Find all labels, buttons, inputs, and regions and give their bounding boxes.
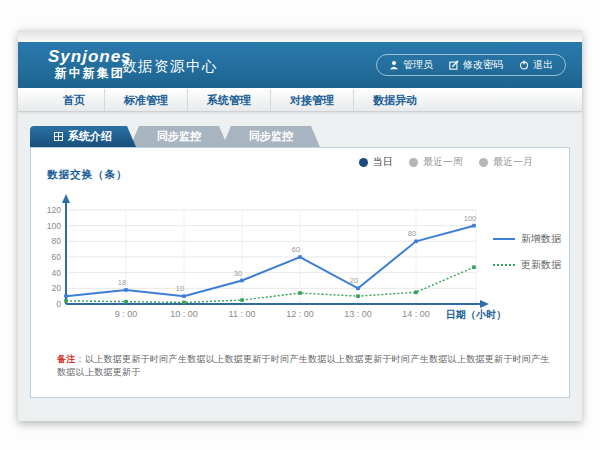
tab-sync-monitor-1[interactable]: 同步监控	[130, 126, 228, 147]
tab-sync-monitor-2[interactable]: 同步监控	[222, 126, 320, 147]
range-filter-group: 当日 最近一周 最近一月	[359, 155, 533, 169]
svg-text:20: 20	[52, 283, 62, 293]
svg-text:100: 100	[464, 214, 477, 223]
solid-line-icon	[493, 238, 515, 240]
content-panel: 当日 最近一周 最近一月 数据交换（条） 0204060801001209 : …	[30, 147, 570, 398]
window-top-strip	[18, 30, 582, 42]
legend-item-new-data: 新增数据	[493, 232, 561, 246]
svg-text:80: 80	[408, 229, 416, 238]
radio-label: 当日	[373, 155, 393, 169]
svg-text:80: 80	[52, 236, 62, 246]
svg-text:日期（小时）: 日期（小时）	[446, 309, 506, 320]
radio-last-week[interactable]: 最近一周	[409, 155, 463, 169]
nav-item-home[interactable]: 首页	[44, 89, 105, 111]
chart-legend: 新增数据 更新数据	[493, 232, 561, 272]
main-nav: 首页 标准管理 系统管理 对接管理 数据异动	[18, 88, 582, 112]
radio-dot-icon	[359, 158, 368, 167]
user-icon	[389, 60, 399, 70]
svg-text:20: 20	[350, 276, 358, 285]
logout-label: 退出	[533, 58, 553, 72]
tab-label: 系统介绍	[68, 129, 112, 144]
svg-text:12 : 00: 12 : 00	[286, 309, 314, 319]
note-label: 备注	[57, 354, 76, 364]
svg-text:30: 30	[234, 269, 242, 278]
nav-item-system-mgmt[interactable]: 系统管理	[188, 89, 271, 111]
legend-item-updated-data: 更新数据	[493, 258, 561, 272]
legend-label: 新增数据	[521, 232, 561, 246]
power-icon	[519, 60, 529, 70]
radio-dot-icon	[479, 158, 488, 167]
app-window: Synjones 新中新集团 数据资源中心 管理员 修改密码 退出	[18, 30, 582, 421]
svg-text:10: 10	[176, 284, 184, 293]
user-menu-label: 管理员	[403, 58, 433, 72]
tab-bar: 系统介绍 同步监控 同步监控	[30, 126, 320, 147]
grid-icon	[54, 131, 63, 143]
logout-button[interactable]: 退出	[511, 58, 561, 72]
page-title: 数据资源中心	[122, 57, 218, 76]
radio-label: 最近一月	[493, 155, 533, 169]
app-header: Synjones 新中新集团 数据资源中心 管理员 修改密码 退出	[18, 42, 582, 88]
line-chart: 0204060801001209 : 0010 : 0011 : 0012 : …	[39, 186, 514, 324]
user-toolbar: 管理员 修改密码 退出	[376, 54, 566, 76]
change-password-label: 修改密码	[463, 58, 503, 72]
footer-note: 备注：以上数据更新于时间产生数据以上数据更新于时间产生数据以上数据更新于时间产生…	[57, 353, 557, 379]
svg-text:10 : 00: 10 : 00	[170, 309, 198, 319]
nav-item-standard-mgmt[interactable]: 标准管理	[105, 89, 188, 111]
svg-text:13 : 00: 13 : 00	[344, 309, 372, 319]
radio-label: 最近一周	[423, 155, 463, 169]
company-logo[interactable]: Synjones 新中新集团	[48, 47, 132, 81]
nav-item-data-change[interactable]: 数据异动	[354, 89, 436, 111]
svg-text:100: 100	[47, 221, 61, 231]
svg-text:11 : 00: 11 : 00	[229, 309, 256, 319]
svg-text:14 : 00: 14 : 00	[402, 309, 430, 319]
legend-label: 更新数据	[521, 258, 561, 272]
svg-text:0: 0	[56, 299, 61, 309]
edit-icon	[449, 60, 459, 70]
dotted-line-icon	[493, 264, 515, 266]
radio-today[interactable]: 当日	[359, 155, 393, 169]
radio-last-month[interactable]: 最近一月	[479, 155, 533, 169]
nav-item-interface-mgmt[interactable]: 对接管理	[271, 89, 354, 111]
svg-text:60: 60	[292, 245, 300, 254]
logo-text-cn: 新中新集团	[48, 66, 132, 81]
tab-label: 同步监控	[157, 129, 201, 144]
tab-label: 同步监控	[249, 129, 293, 144]
radio-dot-icon	[409, 158, 418, 167]
svg-text:60: 60	[52, 252, 62, 262]
svg-text:40: 40	[52, 268, 62, 278]
tab-system-intro[interactable]: 系统介绍	[30, 126, 136, 147]
logo-text-en: Synjones	[48, 47, 132, 66]
note-text: ：以上数据更新于时间产生数据以上数据更新于时间产生数据以上数据更新于时间产生数据…	[57, 354, 550, 377]
svg-text:9 : 00: 9 : 00	[115, 309, 138, 319]
svg-text:120: 120	[47, 205, 61, 215]
user-menu[interactable]: 管理员	[381, 58, 441, 72]
svg-text:18: 18	[118, 278, 126, 287]
change-password-button[interactable]: 修改密码	[441, 58, 511, 72]
y-axis-title: 数据交换（条）	[47, 168, 128, 182]
